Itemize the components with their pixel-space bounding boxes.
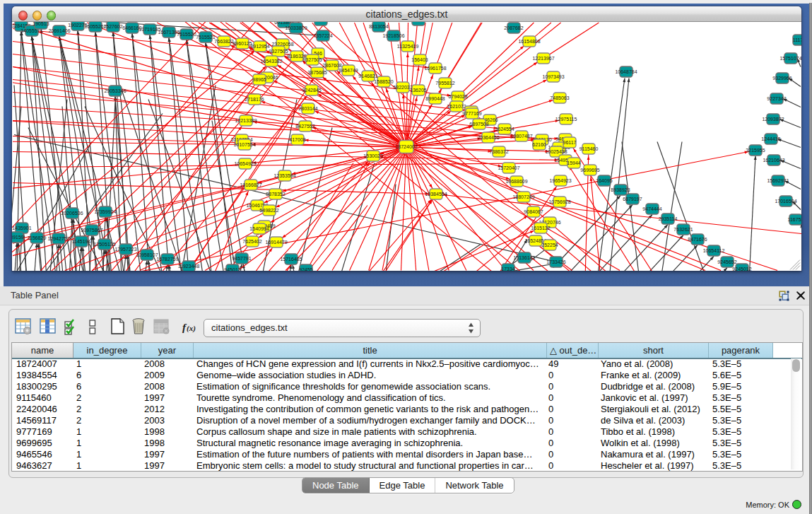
svg-text:2803144: 2803144: [298, 106, 317, 111]
svg-text:15720407: 15720407: [498, 165, 519, 170]
svg-text:15944: 15944: [567, 160, 581, 165]
svg-text:92455: 92455: [299, 267, 313, 271]
svg-text:3875685: 3875685: [307, 70, 326, 75]
svg-text:10107554: 10107554: [233, 142, 255, 147]
svg-text:8938923: 8938923: [611, 187, 630, 192]
svg-text:7663822: 7663822: [214, 39, 233, 44]
svg-text:16154808: 16154808: [518, 39, 540, 44]
svg-text:12093872: 12093872: [762, 117, 784, 122]
svg-text:2087682: 2087682: [504, 25, 523, 30]
svg-text:2718176: 2718176: [245, 97, 264, 102]
svg-text:17016504: 17016504: [775, 199, 796, 204]
svg-text:8960125: 8960125: [233, 41, 252, 46]
svg-text:10756928: 10756928: [548, 199, 570, 204]
svg-text:10025438: 10025438: [545, 149, 567, 154]
svg-text:3624554: 3624554: [495, 127, 514, 132]
svg-text:11325419: 11325419: [397, 44, 419, 49]
svg-text:10648784: 10648784: [615, 69, 637, 74]
svg-text:20206536: 20206536: [61, 211, 83, 216]
svg-text:12213389: 12213389: [235, 118, 257, 123]
svg-text:16543382: 16543382: [260, 59, 282, 64]
svg-text:945012: 945012: [224, 267, 240, 271]
svg-text:15136141: 15136141: [513, 255, 535, 260]
svg-text:19384554: 19384554: [425, 192, 447, 197]
svg-text:7357224: 7357224: [313, 33, 332, 38]
svg-text:190513: 190513: [33, 22, 49, 26]
svg-text:17359924: 17359924: [94, 209, 116, 214]
svg-text:5498222: 5498222: [259, 208, 278, 213]
svg-text:10807487: 10807487: [510, 134, 532, 139]
svg-text:19654923: 19654923: [549, 178, 571, 183]
svg-text:9327505: 9327505: [302, 57, 322, 62]
svg-text:116753: 116753: [788, 217, 801, 222]
svg-text:9115460: 9115460: [579, 146, 599, 151]
svg-text:11173: 11173: [793, 37, 801, 42]
svg-text:12975115: 12975115: [555, 117, 577, 122]
svg-text:17957223: 17957223: [114, 247, 136, 252]
svg-text:16961758: 16961758: [424, 66, 446, 71]
svg-text:7632621: 7632621: [673, 227, 693, 232]
svg-text:9327505: 9327505: [269, 49, 288, 54]
svg-text:20364456: 20364456: [477, 135, 499, 140]
svg-text:15751074: 15751074: [779, 56, 801, 61]
svg-text:9227342: 9227342: [767, 96, 786, 101]
svg-text:1615132: 1615132: [531, 226, 550, 230]
svg-text:1527602: 1527602: [103, 24, 122, 29]
svg-text:136205: 136205: [410, 88, 426, 93]
svg-text:8454749: 8454749: [339, 68, 358, 73]
svg-text:6794028: 6794028: [448, 94, 467, 99]
svg-text:9242845: 9242845: [302, 88, 321, 93]
svg-text:8427552: 8427552: [295, 124, 314, 129]
svg-text:7515521: 7515521: [196, 35, 215, 40]
svg-text:1621072: 1621072: [447, 104, 466, 109]
svg-text:9777169: 9777169: [462, 111, 481, 116]
svg-text:8813054: 8813054: [369, 24, 388, 29]
svg-text:2935114: 2935114: [659, 216, 678, 221]
svg-text:1244415: 1244415: [761, 136, 780, 141]
svg-text:6879197: 6879197: [623, 197, 642, 201]
svg-text:8912954: 8912954: [250, 44, 269, 49]
svg-text:8990448: 8990448: [425, 96, 445, 101]
svg-text:(x): (x): [187, 324, 196, 333]
svg-text:12942757: 12942757: [47, 236, 69, 241]
svg-text:156403: 156403: [411, 57, 428, 62]
svg-text:18807249: 18807249: [512, 194, 534, 199]
svg-text:1540994: 1540994: [249, 226, 269, 231]
svg-text:10654112: 10654112: [703, 248, 725, 253]
svg-text:164095: 164095: [596, 178, 612, 183]
svg-text:19166827: 19166827: [240, 182, 261, 187]
svg-text:9457791: 9457791: [232, 256, 251, 261]
svg-text:10688609: 10688609: [505, 179, 527, 184]
svg-text:39159: 39159: [12, 235, 24, 240]
svg-text:8813094: 8813094: [408, 22, 428, 23]
svg-text:9474444: 9474444: [642, 206, 661, 211]
svg-text:3215955: 3215955: [746, 148, 765, 153]
svg-text:9146821: 9146821: [358, 74, 377, 78]
svg-text:8878352: 8878352: [266, 192, 285, 197]
svg-text:15692971: 15692971: [767, 178, 789, 183]
svg-text:10973493: 10973493: [542, 74, 564, 79]
svg-text:98965: 98965: [252, 77, 266, 82]
svg-text:29053346: 29053346: [104, 88, 126, 93]
svg-text:1733426: 1733426: [546, 259, 565, 264]
svg-text:18724007: 18724007: [395, 144, 417, 149]
svg-text:7955812: 7955812: [435, 81, 454, 86]
svg-text:252254: 252254: [541, 243, 558, 247]
svg-text:30975867: 30975867: [81, 228, 102, 233]
svg-text:62160: 62160: [532, 142, 546, 147]
svg-text:6897508: 6897508: [469, 122, 488, 127]
svg-text:417008: 417008: [289, 137, 305, 142]
svg-text:96117: 96117: [563, 140, 577, 145]
svg-text:1156829: 1156829: [28, 235, 47, 240]
svg-text:12213967: 12213967: [532, 56, 554, 61]
svg-text:8471676: 8471676: [688, 237, 707, 242]
svg-text:20691406: 20691406: [48, 28, 70, 33]
svg-text:9699695: 9699695: [580, 168, 599, 173]
svg-text:2867608: 2867608: [322, 63, 341, 68]
svg-text:1435901: 1435901: [12, 226, 31, 230]
svg-text:17334: 17334: [501, 267, 515, 271]
svg-text:8813054: 8813054: [311, 22, 330, 23]
svg-text:9245652: 9245652: [717, 259, 736, 264]
svg-text:7386372: 7386372: [489, 149, 508, 154]
svg-text:16033809: 16033809: [285, 25, 307, 30]
